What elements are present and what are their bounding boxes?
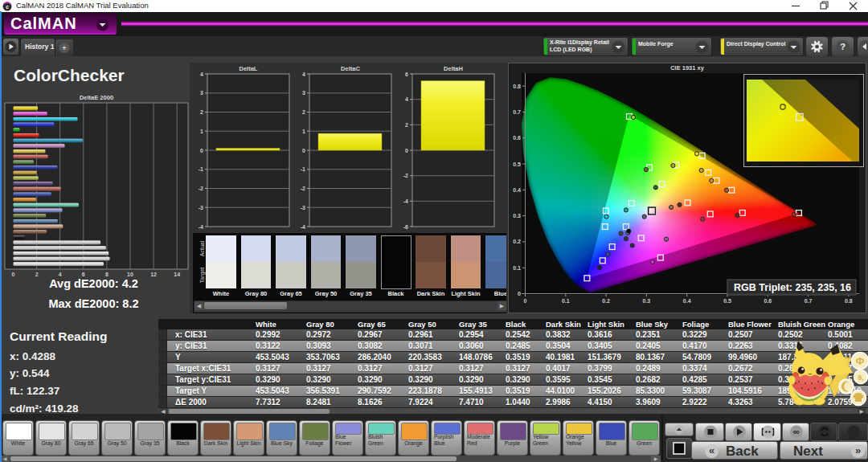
- svg-text:0.5: 0.5: [723, 298, 731, 304]
- svg-text:DeltaL: DeltaL: [240, 65, 258, 72]
- svg-text:0.7: 0.7: [513, 109, 521, 115]
- svg-text:0.4: 0.4: [683, 298, 691, 304]
- svg-text:0.2: 0.2: [513, 239, 521, 244]
- svg-text:0.3: 0.3: [643, 298, 651, 304]
- svg-text:4: 4: [59, 272, 62, 277]
- svg-text:9,: 9,: [858, 374, 864, 382]
- svg-text:-6: -6: [403, 224, 408, 230]
- svg-text:?: ?: [840, 42, 845, 51]
- svg-text:c: c: [6, 4, 9, 10]
- svg-text:Φ: Φ: [856, 355, 865, 367]
- svg-text:0.1: 0.1: [562, 298, 570, 304]
- svg-text:2: 2: [302, 109, 305, 115]
- svg-text:0.4: 0.4: [513, 187, 521, 193]
- svg-text:RGB Triplet: 235, 235, 16: RGB Triplet: 235, 235, 16: [734, 282, 851, 293]
- svg-text:8: 8: [105, 272, 108, 277]
- svg-text:0: 0: [12, 272, 15, 277]
- svg-text:0.5: 0.5: [513, 161, 521, 167]
- svg-text:2: 2: [35, 272, 39, 277]
- svg-text:-2: -2: [199, 186, 203, 191]
- svg-text:0.6: 0.6: [764, 298, 772, 304]
- svg-text:3: 3: [200, 90, 203, 96]
- svg-text:0.8: 0.8: [845, 298, 853, 304]
- svg-text:DeltaE 2000: DeltaE 2000: [80, 95, 113, 101]
- svg-text:1: 1: [200, 129, 203, 134]
- svg-text:DeltaH: DeltaH: [444, 65, 463, 72]
- svg-text:-3: -3: [199, 205, 203, 211]
- svg-text:0: 0: [524, 298, 527, 304]
- svg-text:4: 4: [405, 96, 408, 102]
- svg-text:-4: -4: [199, 224, 203, 230]
- svg-text:0.3: 0.3: [513, 213, 521, 219]
- svg-text:1: 1: [302, 129, 305, 134]
- svg-text:4: 4: [200, 72, 203, 77]
- svg-text:0: 0: [518, 291, 521, 296]
- svg-text:-4: -4: [301, 224, 305, 230]
- svg-text:0: 0: [302, 148, 305, 153]
- svg-text:12: 12: [150, 272, 157, 277]
- svg-text:6: 6: [82, 272, 85, 277]
- svg-text:-1: -1: [199, 166, 203, 172]
- svg-text:4: 4: [302, 72, 305, 77]
- svg-text:0.1: 0.1: [513, 265, 521, 271]
- svg-text:3: 3: [302, 90, 305, 96]
- svg-text:6: 6: [405, 72, 408, 77]
- svg-text:0.2: 0.2: [602, 298, 610, 304]
- svg-text:-2: -2: [301, 186, 305, 191]
- svg-text:-3: -3: [301, 205, 305, 211]
- svg-text:+: +: [62, 44, 66, 52]
- svg-text:-1: -1: [301, 166, 305, 172]
- svg-text:0.8: 0.8: [513, 84, 521, 89]
- svg-text:2: 2: [405, 122, 408, 128]
- svg-text:-2: -2: [403, 173, 408, 178]
- svg-text:14: 14: [174, 272, 180, 277]
- svg-text:∞: ∞: [793, 427, 800, 436]
- svg-text:-4: -4: [403, 198, 408, 204]
- svg-text:10: 10: [127, 272, 133, 277]
- svg-text:0: 0: [405, 148, 408, 153]
- svg-text:0.7: 0.7: [805, 298, 813, 304]
- svg-text:0: 0: [200, 148, 203, 153]
- svg-text:0.6: 0.6: [513, 135, 521, 141]
- svg-text:2: 2: [200, 109, 203, 115]
- svg-text:DeltaC: DeltaC: [341, 65, 360, 72]
